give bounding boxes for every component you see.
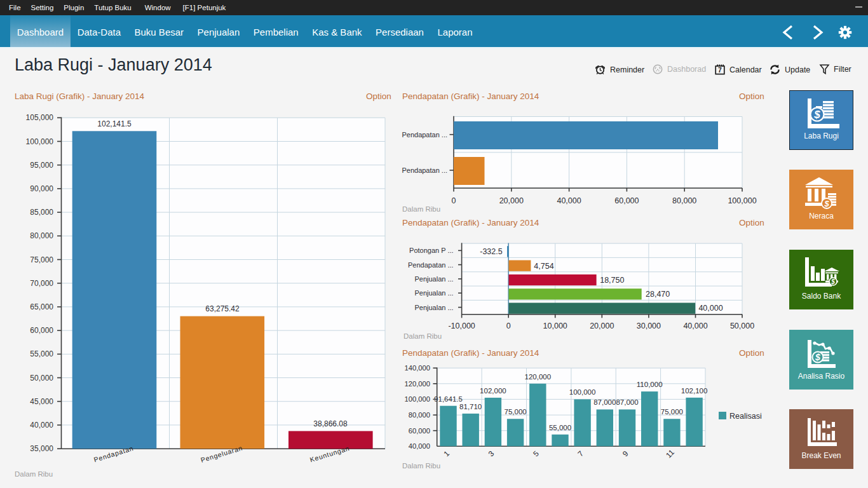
svg-text:Penjualan ...: Penjualan ... [414, 289, 453, 297]
svg-text:Realisasi: Realisasi [729, 412, 762, 421]
svg-text:Pendapatan ...: Pendapatan ... [408, 261, 454, 269]
svg-text:100,000: 100,000 [728, 196, 756, 205]
svg-text:0: 0 [452, 196, 456, 205]
svg-text:Potongan P ...: Potongan P ... [409, 247, 454, 254]
svg-text:Penjualan ...: Penjualan ... [414, 304, 453, 311]
svg-text:95,000: 95,000 [30, 161, 53, 170]
svg-text:140,000: 140,000 [405, 364, 430, 372]
svg-text:4,754: 4,754 [534, 262, 553, 271]
svg-text:120,000: 120,000 [525, 373, 552, 381]
svg-text:$: $ [831, 278, 835, 285]
svg-text:40,000: 40,000 [557, 196, 581, 205]
svg-text:35,000: 35,000 [30, 444, 53, 453]
svg-text:105,000: 105,000 [26, 113, 54, 122]
svg-text:60,000: 60,000 [409, 427, 430, 435]
svg-text:80,000: 80,000 [30, 231, 53, 240]
svg-text:-10,000: -10,000 [448, 322, 475, 330]
svg-text:80,000: 80,000 [672, 196, 696, 205]
svg-text:Dalam Ribu: Dalam Ribu [15, 470, 53, 478]
svg-text:75,000: 75,000 [661, 408, 683, 416]
svg-text:87,000: 87,000 [616, 398, 638, 406]
svg-text:Pendapatan ...: Pendapatan ... [402, 131, 447, 139]
svg-text:30,000: 30,000 [637, 322, 661, 330]
svg-text:60,000: 60,000 [30, 326, 53, 335]
svg-text:40,000: 40,000 [698, 304, 722, 313]
svg-text:50,000: 50,000 [30, 374, 53, 383]
svg-text:Dalam Ribu: Dalam Ribu [403, 332, 442, 340]
svg-text:102,141.5: 102,141.5 [97, 119, 132, 128]
svg-text:81,710: 81,710 [459, 403, 482, 410]
svg-text:90,000: 90,000 [30, 184, 53, 193]
svg-text:87,000: 87,000 [593, 398, 616, 406]
svg-text:Penjualan ...: Penjualan ... [414, 275, 453, 283]
svg-text:$: $ [824, 199, 829, 208]
svg-text:70,000: 70,000 [30, 279, 53, 288]
svg-text:40,000: 40,000 [30, 421, 53, 430]
svg-text:50,000: 50,000 [730, 322, 754, 330]
svg-text:3: 3 [487, 449, 496, 459]
svg-text:110,000: 110,000 [637, 381, 663, 388]
svg-text:91,641.5: 91,641.5 [434, 395, 463, 403]
svg-text:60,000: 60,000 [614, 196, 639, 205]
svg-text:38,866.08: 38,866.08 [313, 419, 348, 428]
svg-text:7: 7 [718, 66, 722, 74]
svg-text:40,000: 40,000 [683, 322, 707, 330]
svg-text:75,000: 75,000 [505, 408, 527, 416]
svg-text:28,470: 28,470 [646, 290, 670, 299]
svg-text:11: 11 [664, 448, 676, 460]
svg-text:55,000: 55,000 [549, 424, 571, 431]
svg-text:63,275.42: 63,275.42 [205, 304, 240, 313]
svg-text:85,000: 85,000 [30, 208, 53, 217]
svg-text:7: 7 [576, 449, 585, 459]
svg-text:Pendapatan ...: Pendapatan ... [402, 166, 447, 174]
svg-text:-332.5: -332.5 [480, 247, 502, 256]
svg-text:0: 0 [506, 322, 511, 330]
svg-text:65,000: 65,000 [30, 302, 53, 311]
svg-text:45,000: 45,000 [30, 397, 53, 406]
svg-text:$: $ [815, 352, 820, 362]
svg-text:55,000: 55,000 [30, 349, 53, 358]
svg-text:100,000: 100,000 [569, 388, 596, 396]
svg-text:20,000: 20,000 [499, 196, 524, 205]
svg-text:1: 1 [442, 449, 451, 459]
svg-text:20,000: 20,000 [590, 322, 614, 330]
svg-text:$: $ [813, 109, 820, 121]
svg-text:18,750: 18,750 [600, 276, 624, 285]
svg-text:5: 5 [531, 449, 541, 459]
svg-text:102,100: 102,100 [681, 387, 708, 395]
svg-text:75,000: 75,000 [30, 255, 53, 264]
svg-text:10,000: 10,000 [543, 322, 567, 330]
svg-text:120,000: 120,000 [405, 380, 430, 388]
svg-text:Dalam Ribu: Dalam Ribu [402, 462, 440, 470]
svg-text:100,000: 100,000 [26, 137, 54, 146]
svg-text:100,000: 100,000 [405, 395, 430, 403]
svg-text:9: 9 [621, 449, 630, 459]
svg-text:102,000: 102,000 [480, 387, 506, 395]
svg-text:80,000: 80,000 [409, 411, 430, 419]
svg-text:Dalam Ribu: Dalam Ribu [402, 205, 440, 213]
svg-text:40,000: 40,000 [409, 442, 430, 450]
